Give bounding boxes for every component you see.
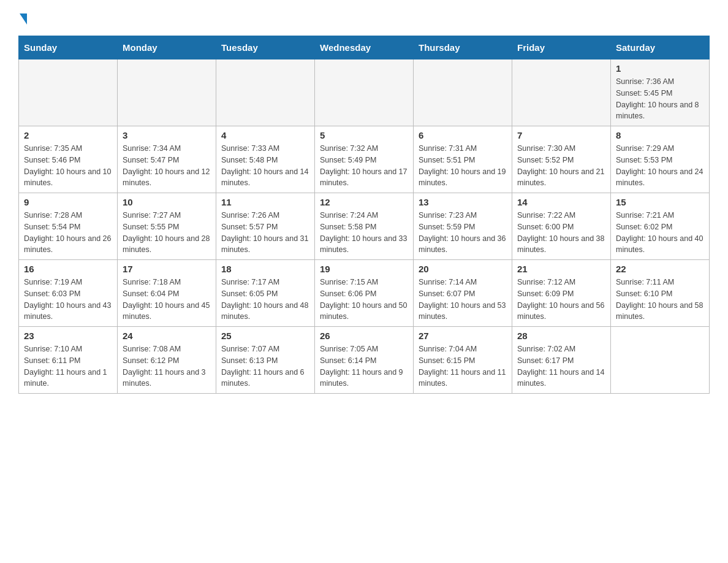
day-number: 10 [123, 197, 211, 207]
calendar-day-cell: 27Sunrise: 7:04 AMSunset: 6:15 PMDayligh… [414, 327, 512, 394]
calendar-day-cell: 24Sunrise: 7:08 AMSunset: 6:12 PMDayligh… [118, 327, 216, 394]
day-number: 22 [616, 264, 704, 274]
day-number: 24 [123, 331, 211, 341]
calendar-day-cell: 22Sunrise: 7:11 AMSunset: 6:10 PMDayligh… [611, 260, 710, 327]
logo [18, 12, 27, 25]
day-info: Sunrise: 7:15 AMSunset: 6:06 PMDaylight:… [320, 277, 408, 323]
day-of-week-header: Monday [118, 36, 216, 59]
day-number: 20 [419, 264, 507, 274]
calendar-day-cell [512, 59, 611, 126]
calendar-day-cell: 7Sunrise: 7:30 AMSunset: 5:52 PMDaylight… [512, 126, 611, 193]
day-number: 15 [616, 197, 704, 207]
day-of-week-header: Thursday [414, 36, 512, 59]
day-number: 4 [221, 130, 309, 140]
calendar-day-cell: 2Sunrise: 7:35 AMSunset: 5:46 PMDaylight… [19, 126, 118, 193]
day-of-week-header: Wednesday [315, 36, 414, 59]
calendar-day-cell: 19Sunrise: 7:15 AMSunset: 6:06 PMDayligh… [315, 260, 414, 327]
day-info: Sunrise: 7:21 AMSunset: 6:02 PMDaylight:… [616, 210, 704, 256]
calendar-body: 1Sunrise: 7:36 AMSunset: 5:45 PMDaylight… [19, 59, 710, 394]
day-info: Sunrise: 7:05 AMSunset: 6:14 PMDaylight:… [320, 343, 408, 389]
day-info: Sunrise: 7:07 AMSunset: 6:13 PMDaylight:… [221, 343, 309, 389]
day-of-week-header: Sunday [19, 36, 118, 59]
day-of-week-header: Saturday [611, 36, 710, 59]
calendar-day-cell: 10Sunrise: 7:27 AMSunset: 5:55 PMDayligh… [118, 193, 216, 260]
day-of-week-header: Friday [512, 36, 611, 59]
day-info: Sunrise: 7:10 AMSunset: 6:11 PMDaylight:… [24, 343, 112, 389]
day-number: 26 [320, 331, 408, 341]
calendar-week-row: 9Sunrise: 7:28 AMSunset: 5:54 PMDaylight… [19, 193, 710, 260]
calendar-day-cell: 12Sunrise: 7:24 AMSunset: 5:58 PMDayligh… [315, 193, 414, 260]
day-number: 14 [517, 197, 605, 207]
calendar-day-cell: 6Sunrise: 7:31 AMSunset: 5:51 PMDaylight… [414, 126, 512, 193]
day-number: 2 [24, 130, 112, 140]
day-info: Sunrise: 7:22 AMSunset: 6:00 PMDaylight:… [517, 210, 605, 256]
day-info: Sunrise: 7:19 AMSunset: 6:03 PMDaylight:… [24, 277, 112, 323]
calendar-week-row: 1Sunrise: 7:36 AMSunset: 5:45 PMDaylight… [19, 59, 710, 126]
calendar-day-cell [414, 59, 512, 126]
day-info: Sunrise: 7:33 AMSunset: 5:48 PMDaylight:… [221, 143, 309, 189]
calendar-day-cell: 9Sunrise: 7:28 AMSunset: 5:54 PMDaylight… [19, 193, 118, 260]
calendar-day-cell: 15Sunrise: 7:21 AMSunset: 6:02 PMDayligh… [611, 193, 710, 260]
days-of-week-row: SundayMondayTuesdayWednesdayThursdayFrid… [19, 36, 710, 59]
day-number: 18 [221, 264, 309, 274]
day-number: 16 [24, 264, 112, 274]
calendar-day-cell: 11Sunrise: 7:26 AMSunset: 5:57 PMDayligh… [216, 193, 315, 260]
calendar-day-cell: 16Sunrise: 7:19 AMSunset: 6:03 PMDayligh… [19, 260, 118, 327]
calendar-day-cell: 18Sunrise: 7:17 AMSunset: 6:05 PMDayligh… [216, 260, 315, 327]
day-number: 3 [123, 130, 211, 140]
day-number: 13 [419, 197, 507, 207]
calendar-table: SundayMondayTuesdayWednesdayThursdayFrid… [18, 36, 710, 394]
calendar-week-row: 23Sunrise: 7:10 AMSunset: 6:11 PMDayligh… [19, 327, 710, 394]
day-number: 23 [24, 331, 112, 341]
day-number: 1 [616, 63, 704, 74]
day-number: 5 [320, 130, 408, 140]
day-number: 12 [320, 197, 408, 207]
calendar-day-cell: 20Sunrise: 7:14 AMSunset: 6:07 PMDayligh… [414, 260, 512, 327]
day-number: 17 [123, 264, 211, 274]
day-of-week-header: Tuesday [216, 36, 315, 59]
day-info: Sunrise: 7:36 AMSunset: 5:45 PMDaylight:… [616, 76, 704, 122]
day-number: 27 [419, 331, 507, 341]
day-info: Sunrise: 7:34 AMSunset: 5:47 PMDaylight:… [123, 143, 211, 189]
calendar-day-cell: 13Sunrise: 7:23 AMSunset: 5:59 PMDayligh… [414, 193, 512, 260]
calendar-day-cell: 17Sunrise: 7:18 AMSunset: 6:04 PMDayligh… [118, 260, 216, 327]
calendar-day-cell [19, 59, 118, 126]
day-number: 6 [419, 130, 507, 140]
day-number: 8 [616, 130, 704, 140]
day-info: Sunrise: 7:23 AMSunset: 5:59 PMDaylight:… [419, 210, 507, 256]
day-info: Sunrise: 7:29 AMSunset: 5:53 PMDaylight:… [616, 143, 704, 189]
calendar-day-cell: 1Sunrise: 7:36 AMSunset: 5:45 PMDaylight… [611, 59, 710, 126]
calendar-day-cell: 23Sunrise: 7:10 AMSunset: 6:11 PMDayligh… [19, 327, 118, 394]
calendar-day-cell [611, 327, 710, 394]
day-info: Sunrise: 7:02 AMSunset: 6:17 PMDaylight:… [517, 343, 605, 389]
day-info: Sunrise: 7:27 AMSunset: 5:55 PMDaylight:… [123, 210, 211, 256]
day-info: Sunrise: 7:12 AMSunset: 6:09 PMDaylight:… [517, 277, 605, 323]
day-number: 19 [320, 264, 408, 274]
calendar-day-cell: 21Sunrise: 7:12 AMSunset: 6:09 PMDayligh… [512, 260, 611, 327]
calendar-day-cell: 26Sunrise: 7:05 AMSunset: 6:14 PMDayligh… [315, 327, 414, 394]
day-info: Sunrise: 7:11 AMSunset: 6:10 PMDaylight:… [616, 277, 704, 323]
calendar-week-row: 16Sunrise: 7:19 AMSunset: 6:03 PMDayligh… [19, 260, 710, 327]
day-info: Sunrise: 7:30 AMSunset: 5:52 PMDaylight:… [517, 143, 605, 189]
day-info: Sunrise: 7:32 AMSunset: 5:49 PMDaylight:… [320, 143, 408, 189]
day-info: Sunrise: 7:17 AMSunset: 6:05 PMDaylight:… [221, 277, 309, 323]
calendar-day-cell: 8Sunrise: 7:29 AMSunset: 5:53 PMDaylight… [611, 126, 710, 193]
day-info: Sunrise: 7:28 AMSunset: 5:54 PMDaylight:… [24, 210, 112, 256]
day-info: Sunrise: 7:31 AMSunset: 5:51 PMDaylight:… [419, 143, 507, 189]
day-info: Sunrise: 7:08 AMSunset: 6:12 PMDaylight:… [123, 343, 211, 389]
day-info: Sunrise: 7:26 AMSunset: 5:57 PMDaylight:… [221, 210, 309, 256]
calendar-day-cell: 28Sunrise: 7:02 AMSunset: 6:17 PMDayligh… [512, 327, 611, 394]
day-number: 25 [221, 331, 309, 341]
calendar-day-cell: 3Sunrise: 7:34 AMSunset: 5:47 PMDaylight… [118, 126, 216, 193]
day-info: Sunrise: 7:04 AMSunset: 6:15 PMDaylight:… [419, 343, 507, 389]
day-info: Sunrise: 7:14 AMSunset: 6:07 PMDaylight:… [419, 277, 507, 323]
day-info: Sunrise: 7:35 AMSunset: 5:46 PMDaylight:… [24, 143, 112, 189]
day-number: 9 [24, 197, 112, 207]
day-number: 21 [517, 264, 605, 274]
logo-arrow-icon [20, 13, 27, 25]
calendar-header: SundayMondayTuesdayWednesdayThursdayFrid… [19, 36, 710, 59]
day-number: 7 [517, 130, 605, 140]
calendar-day-cell [118, 59, 216, 126]
day-info: Sunrise: 7:18 AMSunset: 6:04 PMDaylight:… [123, 277, 211, 323]
day-number: 28 [517, 331, 605, 341]
